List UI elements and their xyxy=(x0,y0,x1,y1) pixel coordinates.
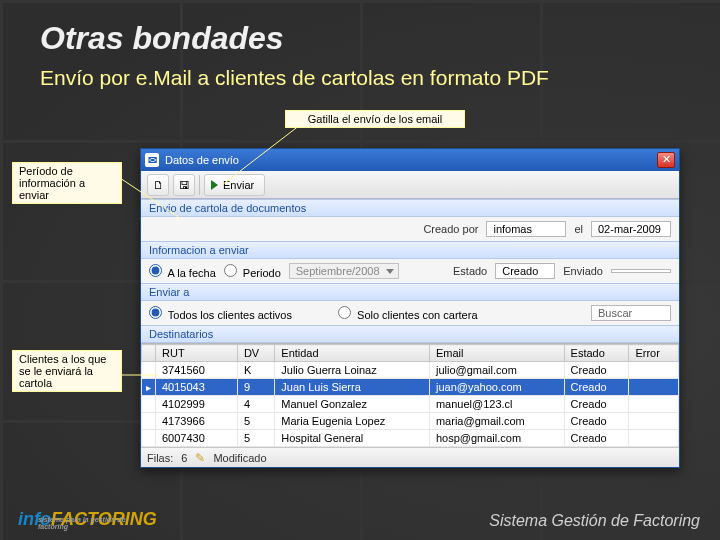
cell-rut: 6007430 xyxy=(156,430,238,447)
modificado-label: Modificado xyxy=(213,452,266,464)
el-value: 02-mar-2009 xyxy=(591,221,671,237)
slide-title: Otras bondades xyxy=(40,20,284,57)
enviar-a-row: Todos los clientes activos Solo clientes… xyxy=(141,301,679,325)
cell-estado: Creado xyxy=(564,413,629,430)
cell-entidad: Julio Guerra Loinaz xyxy=(275,362,430,379)
cell-estado: Creado xyxy=(564,430,629,447)
statusbar: Filas: 6 ✎ Modificado xyxy=(141,447,679,467)
divider xyxy=(199,175,200,195)
close-icon[interactable]: ✕ xyxy=(657,152,675,168)
enviado-value xyxy=(611,269,671,273)
row-marker xyxy=(142,413,156,430)
table-row[interactable]: 60074305Hospital Generalhosp@gmail.comCr… xyxy=(142,430,679,447)
cell-dv: K xyxy=(237,362,274,379)
row-marker xyxy=(142,430,156,447)
estado-value: Creado xyxy=(495,263,555,279)
section-header-info: Informacion a enviar xyxy=(141,241,679,259)
toolbar: 🗋 🖫 Enviar xyxy=(141,171,679,199)
col-header[interactable]: DV xyxy=(237,345,274,362)
row-marker xyxy=(142,362,156,379)
cell-email: juan@yahoo.com xyxy=(429,379,564,396)
creado-por-label: Creado por xyxy=(423,223,478,235)
new-button[interactable]: 🗋 xyxy=(147,174,169,196)
annotation-period: Período de información a enviar xyxy=(12,162,122,204)
titlebar[interactable]: ✉ Datos de envío ✕ xyxy=(141,149,679,171)
cell-email: julio@gmail.com xyxy=(429,362,564,379)
creator-row: Creado por infomas el 02-mar-2009 xyxy=(141,217,679,241)
cell-entidad: Manuel Gonzalez xyxy=(275,396,430,413)
footer-tagline: Sistema Gestión de Factoring xyxy=(489,512,700,530)
el-label: el xyxy=(574,223,583,235)
creado-por-value: infomas xyxy=(486,221,566,237)
radio-solo-cartera[interactable]: Solo clientes con cartera xyxy=(338,306,478,321)
cell-error xyxy=(629,362,679,379)
destinatarios-grid[interactable]: RUTDVEntidadEmailEstadoError3741560KJuli… xyxy=(141,343,679,447)
cell-email: maria@gmail.com xyxy=(429,413,564,430)
col-header[interactable]: Email xyxy=(429,345,564,362)
table-row[interactable]: ▸40150439Juan Luis Sierrajuan@yahoo.comC… xyxy=(142,379,679,396)
section-header-enviar-a: Enviar a xyxy=(141,283,679,301)
table-row[interactable]: 41739665Maria Eugenia Lopezmaria@gmail.c… xyxy=(142,413,679,430)
section-header-destinatarios: Destinatarios xyxy=(141,325,679,343)
table-row[interactable]: 3741560KJulio Guerra Loinazjulio@gmail.c… xyxy=(142,362,679,379)
modified-icon: ✎ xyxy=(195,451,205,465)
col-header[interactable] xyxy=(142,345,156,362)
radio-a-la-fecha[interactable]: A la fecha xyxy=(149,264,216,279)
cell-email: hosp@gmail.com xyxy=(429,430,564,447)
row-marker: ▸ xyxy=(142,379,156,396)
buscar-input[interactable]: Buscar xyxy=(591,305,671,321)
cell-error xyxy=(629,430,679,447)
radio-periodo[interactable]: Periodo xyxy=(224,264,281,279)
annotation-trigger-email: Gatilla el envío de los email xyxy=(285,110,465,128)
cell-email: manuel@123.cl xyxy=(429,396,564,413)
dialog-datos-envio: ✉ Datos de envío ✕ 🗋 🖫 Enviar Envio de c… xyxy=(140,148,680,468)
row-marker xyxy=(142,396,156,413)
new-icon: 🗋 xyxy=(153,179,164,191)
cell-estado: Creado xyxy=(564,379,629,396)
brand-logo: infoFACTORING sistema para la gestión de… xyxy=(18,509,157,530)
annotation-clients: Clientes a los que se le enviará la cart… xyxy=(12,350,122,392)
cell-estado: Creado xyxy=(564,362,629,379)
app-icon: ✉ xyxy=(145,153,159,167)
cell-dv: 5 xyxy=(237,430,274,447)
radio-todos-clientes[interactable]: Todos los clientes activos xyxy=(149,306,292,321)
cell-rut: 4173966 xyxy=(156,413,238,430)
cell-error xyxy=(629,379,679,396)
filas-value: 6 xyxy=(181,452,187,464)
cell-error xyxy=(629,396,679,413)
col-header[interactable]: Error xyxy=(629,345,679,362)
enviar-label: Enviar xyxy=(223,179,254,191)
save-icon: 🖫 xyxy=(179,179,190,191)
info-row: A la fecha Periodo Septiembre/2008 Estad… xyxy=(141,259,679,283)
col-header[interactable]: Entidad xyxy=(275,345,430,362)
cell-estado: Creado xyxy=(564,396,629,413)
cell-rut: 3741560 xyxy=(156,362,238,379)
cell-entidad: Hospital General xyxy=(275,430,430,447)
enviado-label: Enviado xyxy=(563,265,603,277)
col-header[interactable]: Estado xyxy=(564,345,629,362)
periodo-combo[interactable]: Septiembre/2008 xyxy=(289,263,399,279)
window-title: Datos de envío xyxy=(165,154,239,166)
periodo-value: Septiembre/2008 xyxy=(296,265,380,277)
col-header[interactable]: RUT xyxy=(156,345,238,362)
cell-dv: 5 xyxy=(237,413,274,430)
estado-label: Estado xyxy=(453,265,487,277)
cell-dv: 9 xyxy=(237,379,274,396)
filas-label: Filas: xyxy=(147,452,173,464)
cell-dv: 4 xyxy=(237,396,274,413)
cell-error xyxy=(629,413,679,430)
section-header-envio: Envio de cartola de documentos xyxy=(141,199,679,217)
table-row[interactable]: 41029994Manuel Gonzalezmanuel@123.clCrea… xyxy=(142,396,679,413)
cell-rut: 4015043 xyxy=(156,379,238,396)
slide-subtitle: Envío por e.Mail a clientes de cartolas … xyxy=(40,66,549,90)
send-icon xyxy=(211,180,218,190)
cell-rut: 4102999 xyxy=(156,396,238,413)
enviar-button[interactable]: Enviar xyxy=(204,174,265,196)
chevron-down-icon xyxy=(386,269,394,274)
cell-entidad: Maria Eugenia Lopez xyxy=(275,413,430,430)
cell-entidad: Juan Luis Sierra xyxy=(275,379,430,396)
save-button[interactable]: 🖫 xyxy=(173,174,195,196)
